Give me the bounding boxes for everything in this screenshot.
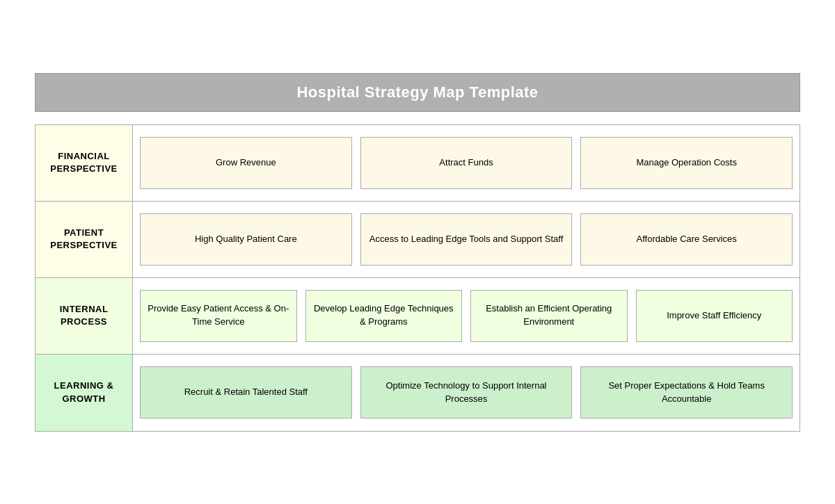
cards-area-learning: Recruit & Retain Talented StaffOptimize …: [133, 355, 800, 431]
page-title: Hospital Strategy Map Template: [49, 83, 786, 101]
label-financial: FINANCIAL PERSPECTIVE: [35, 125, 133, 201]
card-learning-0: Recruit & Retain Talented Staff: [140, 366, 352, 418]
page-wrapper: Hospital Strategy Map Template FINANCIAL…: [35, 66, 800, 439]
card-learning-2: Set Proper Expectations & Hold Teams Acc…: [580, 366, 793, 418]
card-financial-2: Manage Operation Costs: [580, 137, 793, 189]
cards-area-internal: Provide Easy Patient Access & On-Time Se…: [133, 278, 800, 354]
card-internal-1: Develop Leading Edge Techniques & Progra…: [305, 290, 463, 342]
strategy-grid: FINANCIAL PERSPECTIVEGrow RevenueAttract…: [35, 124, 800, 432]
card-internal-0: Provide Easy Patient Access & On-Time Se…: [140, 290, 297, 342]
card-patient-0: High Quality Patient Care: [140, 213, 352, 266]
title-bar: Hospital Strategy Map Template: [35, 73, 800, 112]
card-internal-3: Improve Staff Efficiency: [636, 290, 793, 342]
label-learning: LEARNING & GROWTH: [35, 355, 133, 431]
card-patient-1: Access to Leading Edge Tools and Support…: [360, 213, 573, 266]
row-patient: PATIENT PERSPECTIVEHigh Quality Patient …: [35, 202, 800, 278]
card-financial-0: Grow Revenue: [140, 137, 352, 189]
card-internal-2: Establish an Efficient Operating Environ…: [470, 290, 628, 342]
label-patient: PATIENT PERSPECTIVE: [35, 202, 133, 277]
label-internal: INTERNAL PROCESS: [35, 278, 133, 354]
row-internal: INTERNAL PROCESSProvide Easy Patient Acc…: [35, 278, 800, 355]
cards-area-patient: High Quality Patient CareAccess to Leadi…: [133, 202, 800, 277]
card-learning-1: Optimize Technology to Support Internal …: [360, 366, 573, 418]
row-financial: FINANCIAL PERSPECTIVEGrow RevenueAttract…: [35, 125, 800, 202]
card-financial-1: Attract Funds: [360, 137, 573, 189]
row-learning: LEARNING & GROWTHRecruit & Retain Talent…: [35, 355, 800, 431]
card-patient-2: Affordable Care Services: [580, 213, 793, 266]
cards-area-financial: Grow RevenueAttract FundsManage Operatio…: [133, 125, 800, 201]
